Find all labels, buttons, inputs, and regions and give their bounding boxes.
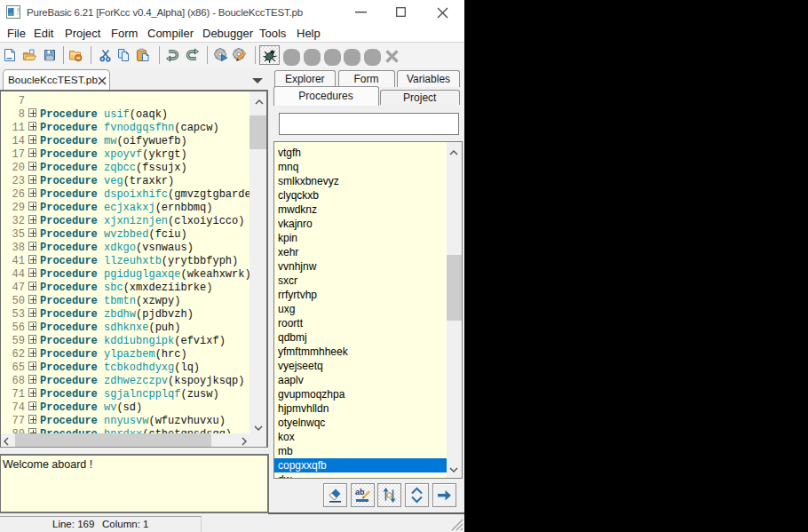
svg-text:ab: ab	[355, 488, 365, 496]
